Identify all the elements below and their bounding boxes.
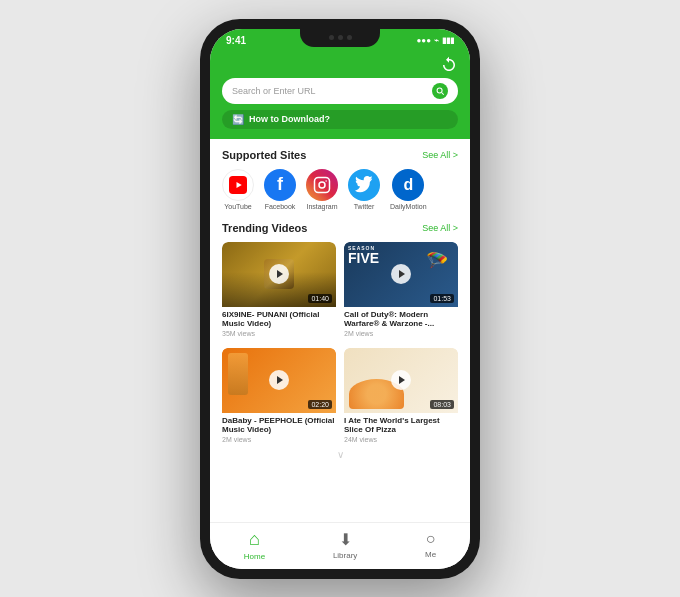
question-icon: 🔄 <box>232 114 244 125</box>
me-label: Me <box>425 550 436 559</box>
video-thumb-2: SEASON FIVE 🪂 01:53 <box>344 242 458 307</box>
dailymotion-icon: d <box>392 169 424 201</box>
me-icon: ○ <box>426 530 436 548</box>
signal-icon: ●●● <box>417 36 432 45</box>
scroll-hint: ∨ <box>222 446 458 463</box>
video-card-1[interactable]: 01:40 6IX9INE- PUNANI (Official Music Vi… <box>222 242 336 340</box>
site-item-dailymotion[interactable]: d DailyMotion <box>390 169 427 210</box>
site-item-instagram[interactable]: Instagram <box>306 169 338 210</box>
site-item-facebook[interactable]: f Facebook <box>264 169 296 210</box>
site-item-twitter[interactable]: Twitter <box>348 169 380 210</box>
duration-4: 08:03 <box>430 400 454 409</box>
instagram-icon <box>306 169 338 201</box>
video-card-3[interactable]: 02:20 DaBaby - PEEPHOLE (Official Music … <box>222 348 336 446</box>
nav-item-home[interactable]: ⌂ Home <box>244 529 265 561</box>
status-time: 9:41 <box>226 35 246 46</box>
skydiver-icon: 🪂 <box>426 250 448 272</box>
youtube-label: YouTube <box>224 203 252 210</box>
duration-2: 01:53 <box>430 294 454 303</box>
bottom-nav: ⌂ Home ⬇ Library ○ Me <box>210 522 470 569</box>
site-item-youtube[interactable]: YouTube <box>222 169 254 210</box>
video-views-1: 35M views <box>222 330 336 337</box>
status-icons: ●●● ⌁ ▮▮▮ <box>417 36 455 45</box>
trending-header: Trending Videos See All > <box>222 222 458 234</box>
video-title-3: DaBaby - PEEPHOLE (Official Music Video) <box>222 416 336 435</box>
svg-point-4 <box>325 180 327 182</box>
instagram-label: Instagram <box>306 203 337 210</box>
videos-grid: 01:40 6IX9INE- PUNANI (Official Music Vi… <box>222 242 458 446</box>
play-button-2 <box>391 264 411 284</box>
header-section: Search or Enter URL 🔄 How to Download? <box>210 50 470 139</box>
video-thumb-4: 08:03 <box>344 348 458 413</box>
how-to-download-banner[interactable]: 🔄 How to Download? <box>222 110 458 129</box>
library-icon: ⬇ <box>339 530 352 549</box>
library-label: Library <box>333 551 357 560</box>
video-info-3: DaBaby - PEEPHOLE (Official Music Video)… <box>222 413 336 446</box>
duration-3: 02:20 <box>308 400 332 409</box>
main-content: Supported Sites See All > YouTube <box>210 139 470 522</box>
play-button-4 <box>391 370 411 390</box>
video-card-2[interactable]: SEASON FIVE 🪂 01:53 Call of Duty®: Moder… <box>344 242 458 340</box>
svg-point-3 <box>319 182 325 188</box>
phone-frame: 9:41 ●●● ⌁ ▮▮▮ Search or Enter URL <box>200 19 480 579</box>
video-thumb-3: 02:20 <box>222 348 336 413</box>
dailymotion-label: DailyMotion <box>390 203 427 210</box>
supported-sites-see-all[interactable]: See All > <box>422 150 458 160</box>
bluetooth-icon: ⌁ <box>434 36 439 45</box>
facebook-icon: f <box>264 169 296 201</box>
video-title-1: 6IX9INE- PUNANI (Official Music Video) <box>222 310 336 329</box>
svg-rect-2 <box>315 177 330 192</box>
video-thumb-1: 01:40 <box>222 242 336 307</box>
home-label: Home <box>244 552 265 561</box>
twitter-icon <box>348 169 380 201</box>
trending-see-all[interactable]: See All > <box>422 223 458 233</box>
facebook-label: Facebook <box>265 203 296 210</box>
video-title-2: Call of Duty®: Modern Warfare® & Warzone… <box>344 310 458 329</box>
video-views-4: 24M views <box>344 436 458 443</box>
nav-item-library[interactable]: ⬇ Library <box>333 530 357 560</box>
twitter-label: Twitter <box>354 203 375 210</box>
video-title-4: I Ate The World's Largest Slice Of Pizza <box>344 416 458 435</box>
video-card-4[interactable]: 08:03 I Ate The World's Largest Slice Of… <box>344 348 458 446</box>
phone-notch <box>300 29 380 47</box>
search-icon[interactable] <box>432 83 448 99</box>
supported-sites-title: Supported Sites <box>222 149 306 161</box>
battery-icon: ▮▮▮ <box>442 36 454 45</box>
search-placeholder: Search or Enter URL <box>232 86 426 96</box>
nav-item-me[interactable]: ○ Me <box>425 530 436 559</box>
video-info-1: 6IX9INE- PUNANI (Official Music Video) 3… <box>222 307 336 340</box>
refresh-icon[interactable] <box>440 56 458 74</box>
video-info-4: I Ate The World's Largest Slice Of Pizza… <box>344 413 458 446</box>
trending-title: Trending Videos <box>222 222 307 234</box>
duration-1: 01:40 <box>308 294 332 303</box>
home-icon: ⌂ <box>249 529 260 550</box>
video-info-2: Call of Duty®: Modern Warfare® & Warzone… <box>344 307 458 340</box>
play-button-1 <box>269 264 289 284</box>
phone-screen: 9:41 ●●● ⌁ ▮▮▮ Search or Enter URL <box>210 29 470 569</box>
youtube-icon <box>222 169 254 201</box>
video-views-3: 2M views <box>222 436 336 443</box>
search-bar[interactable]: Search or Enter URL <box>222 78 458 104</box>
play-button-3 <box>269 370 289 390</box>
how-to-label: How to Download? <box>249 114 330 124</box>
sites-row: YouTube f Facebook In <box>222 169 458 210</box>
video-views-2: 2M views <box>344 330 458 337</box>
supported-sites-header: Supported Sites See All > <box>222 149 458 161</box>
